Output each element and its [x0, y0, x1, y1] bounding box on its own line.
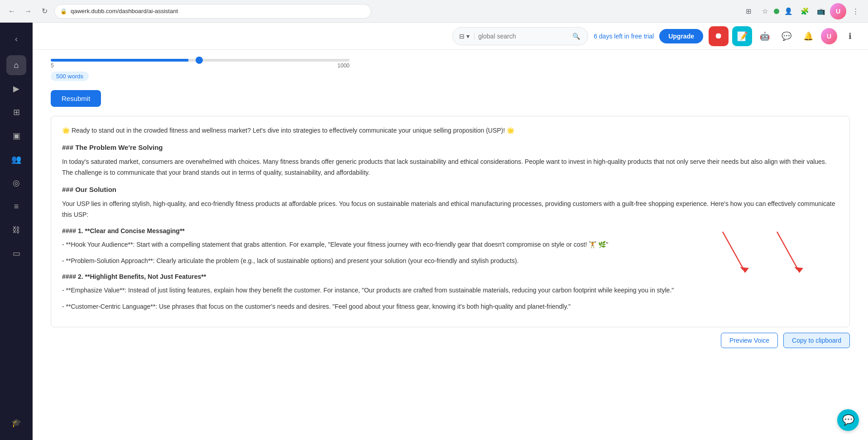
- browser-actions: ⊞ ☆ 👤 🧩 📺 U ⋮: [741, 3, 863, 19]
- app-header: ⊟ ▾ 🔍 6 days left in free trial Upgrade …: [33, 23, 868, 50]
- status-dot: [774, 9, 779, 14]
- info-icon: ℹ: [849, 31, 852, 41]
- app-layout: ‹ ⌂ ▶ ⊞ ▣ 👥 ◎ ≡ ⛓ ▭ 🎓: [0, 23, 868, 440]
- sidebar-item-graduate[interactable]: 🎓: [6, 413, 26, 433]
- filter-icon: ⊟: [459, 33, 465, 40]
- back-button[interactable]: ←: [5, 5, 18, 18]
- section4-item2: - **Customer-Centric Language**: Use phr…: [62, 301, 839, 312]
- slider-min: 5: [51, 62, 54, 69]
- header-actions: ⏺ 📝 🤖 💬 🔔 U ℹ: [709, 26, 859, 46]
- sidebar-item-list[interactable]: ≡: [6, 196, 26, 216]
- record-button[interactable]: ⏺: [709, 26, 729, 46]
- grid-icon: ⊞: [13, 107, 20, 117]
- word-count-badge: 500 words: [51, 72, 89, 81]
- record-icon: ⏺: [715, 31, 723, 41]
- trial-text: 6 days left in free trial: [594, 33, 654, 40]
- script-icon: 📝: [737, 31, 748, 42]
- slider-section: 5 1000 500 words: [51, 59, 850, 81]
- filter-button[interactable]: ⊟ ▾: [459, 33, 475, 40]
- extensions-icon[interactable]: 🧩: [797, 4, 812, 19]
- response-intro: 🌟 Ready to stand out in the crowded fitn…: [62, 125, 839, 136]
- copy-clipboard-button[interactable]: Copy to clipboard: [783, 333, 850, 348]
- preview-voice-button[interactable]: Preview Voice: [721, 333, 778, 348]
- sidebar-item-storage[interactable]: ▣: [6, 126, 26, 146]
- section1-body: In today's saturated market, consumers a…: [62, 157, 839, 178]
- browser-chrome: ← → ↻ 🔒 qawerk.dubb.com/dashboard/ai-ass…: [0, 0, 868, 23]
- sidebar-item-users[interactable]: 👥: [6, 149, 26, 169]
- resubmit-button[interactable]: Resubmit: [51, 90, 101, 107]
- chat-bubble-button[interactable]: 💬: [837, 409, 859, 431]
- ai-icon: 🤖: [760, 31, 770, 41]
- link-icon: ⛓: [12, 225, 20, 235]
- sidebar-item-target[interactable]: ◎: [6, 173, 26, 193]
- ai-script-button[interactable]: 📝: [732, 26, 752, 46]
- slider-max: 1000: [337, 62, 350, 69]
- bell-icon: 🔔: [803, 31, 813, 41]
- info-button[interactable]: ℹ: [841, 27, 859, 45]
- list-icon: ≡: [14, 202, 19, 211]
- browser-avatar[interactable]: U: [830, 3, 846, 19]
- cast-icon[interactable]: 📺: [814, 4, 828, 19]
- search-container: ⊟ ▾ 🔍: [452, 27, 588, 45]
- profile-icon[interactable]: 👤: [781, 4, 796, 19]
- sidebar-item-home[interactable]: ⌂: [6, 55, 26, 75]
- section3-item2: - **Problem-Solution Approach**: Clearly…: [62, 256, 839, 267]
- address-bar[interactable]: 🔒 qawerk.dubb.com/dashboard/ai-assistant: [54, 4, 371, 19]
- lock-icon: 🔒: [60, 8, 67, 14]
- more-options-icon[interactable]: ⋮: [848, 4, 863, 19]
- word-count-slider[interactable]: [51, 59, 350, 62]
- play-icon: ▶: [13, 84, 19, 94]
- sidebar-toggle[interactable]: ‹: [7, 30, 25, 48]
- action-buttons-row: Preview Voice Copy to clipboard: [51, 333, 850, 348]
- section4-title: #### 2. **Highlight Benefits, Not Just F…: [62, 272, 839, 282]
- bookmark-icon[interactable]: ☆: [758, 4, 772, 19]
- sidebar-item-link[interactable]: ⛓: [6, 220, 26, 240]
- search-icon: 🔍: [572, 33, 580, 40]
- main-content: ⊟ ▾ 🔍 6 days left in free trial Upgrade …: [33, 23, 868, 440]
- graduate-icon: 🎓: [11, 418, 21, 428]
- chat-icon: 💬: [782, 31, 791, 41]
- section3-title: #### 1. **Clear and Concise Messaging**: [62, 226, 839, 237]
- filter-chevron: ▾: [466, 33, 470, 40]
- sidebar: ‹ ⌂ ▶ ⊞ ▣ 👥 ◎ ≡ ⛓ ▭ 🎓: [0, 23, 33, 440]
- section3-item1: - **Hook Your Audience**: Start with a c…: [62, 239, 839, 250]
- target-icon: ◎: [13, 178, 20, 188]
- chat-bubble-icon: 💬: [842, 414, 854, 426]
- translate-icon[interactable]: ⊞: [741, 4, 756, 19]
- upgrade-button[interactable]: Upgrade: [659, 29, 703, 43]
- url-text: qawerk.dubb.com/dashboard/ai-assistant: [71, 8, 178, 14]
- section2-title: ### Our Solution: [62, 184, 839, 196]
- section4-item1: - **Emphasize Value**: Instead of just l…: [62, 285, 839, 296]
- page-body: 5 1000 500 words Resubmit 🌟 Ready to sta…: [33, 50, 868, 440]
- ai-button[interactable]: 🤖: [756, 27, 774, 45]
- sidebar-item-play[interactable]: ▶: [6, 79, 26, 99]
- bell-button[interactable]: 🔔: [799, 27, 817, 45]
- search-input[interactable]: [478, 33, 569, 40]
- sidebar-item-monitor[interactable]: ▭: [6, 244, 26, 263]
- chat-button[interactable]: 💬: [777, 27, 796, 45]
- users-icon: 👥: [11, 154, 21, 164]
- section1-title: ### The Problem We're Solving: [62, 142, 839, 153]
- section2-body: Your USP lies in offering stylish, high-…: [62, 199, 839, 220]
- forward-button[interactable]: →: [22, 5, 34, 18]
- sidebar-item-grid[interactable]: ⊞: [6, 102, 26, 122]
- storage-icon: ▣: [13, 131, 20, 141]
- home-icon: ⌂: [14, 61, 19, 70]
- reload-button[interactable]: ↻: [38, 5, 51, 18]
- user-avatar[interactable]: U: [821, 28, 837, 44]
- response-container: 🌟 Ready to stand out in the crowded fitn…: [51, 116, 850, 327]
- monitor-icon: ▭: [13, 249, 20, 258]
